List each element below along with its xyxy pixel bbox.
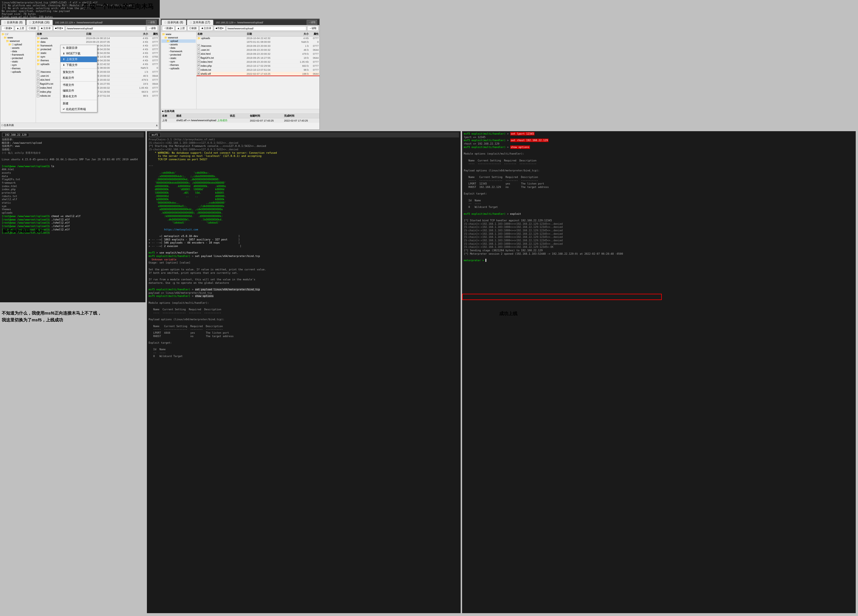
rtree-wwwroot[interactable]: 📁wwwroot: [162, 36, 196, 39]
tree-item-uploads[interactable]: ▪uploads: [1, 70, 35, 74]
fm-left-up-btn[interactable]: ▲上层: [15, 26, 26, 31]
rtree-static[interactable]: ▪static: [162, 56, 196, 60]
rfile-empty[interactable]: 1970-01-01 08:00:00 NaN b 0: [196, 40, 319, 44]
bc-terminal-content: ProxyChains-3.1 (http://proxychains.sf.n…: [149, 138, 459, 358]
fm-right-home-btn[interactable]: ★主目录: [199, 26, 213, 31]
tree-item-www[interactable]: 📁www: [1, 36, 35, 39]
fm-right-bookmark-btn[interactable]: ■书签▾: [214, 26, 225, 31]
file-row-uploads[interactable]: 📁uploads 2019-10-04 22:42:32 4 Kb 0777: [36, 62, 159, 66]
bottom-center-terminal: msf5 ProxyChains-3.1 (http://proxychains…: [147, 131, 461, 613]
fm-right: □目录列表 (8) □文件列表 (17) 192.168.22.129 ▸ /w…: [160, 19, 320, 130]
rfile-userini[interactable]: T.user.ini 2019-09-23 20:00:32 46 b 0644: [196, 48, 319, 52]
fm-right-tasklist-header: ■ 任务列表: [161, 109, 319, 114]
fm-right-tasklist: ■ 任务列表 名称 描述 状态 创建时间 完成时间 上传 shell2.elf …: [161, 109, 319, 123]
ctx-upload[interactable]: ⬆上传文件: [61, 56, 97, 62]
tree-item-slash[interactable]: 📁□ /: [1, 33, 35, 36]
context-menu: ↻刷新目录 ⬇WGET下载 ⬆上传文件 ⬇下载文件 复制文件 粘贴文件: [60, 45, 97, 112]
fm-right-address-input[interactable]: [226, 26, 306, 31]
fm-right-new-btn[interactable]: ◁新建▾: [162, 26, 174, 31]
fm-right-read-btn[interactable]: →读取: [307, 20, 317, 25]
tree-item-static[interactable]: ▪static: [1, 60, 35, 63]
rfile-indexhtml[interactable]: Hindex.html 2019-09-23 20:00:32 1.05 Kb …: [196, 60, 319, 64]
rtree-data[interactable]: ▪data: [162, 46, 196, 50]
file-row-protected[interactable]: 📁protected 2019-07-09 04:20:56 4 Kb 0777: [36, 48, 159, 51]
rtree-assets[interactable]: ▪assets: [162, 43, 196, 46]
fm-left-read-btn[interactable]: →读取: [146, 20, 157, 25]
fm-left-toolbar: ◁新建▾ ▲上层 ◎刷新 ★主目录 ■书签▾ →读取: [0, 25, 159, 32]
fm-right-goto-btn[interactable]: →读取: [307, 26, 318, 31]
file-row-assets[interactable]: 📁assets 2019-09-24 08:10:14 4 Kb 0777: [36, 37, 159, 40]
tree-item-upload[interactable]: 📁□ upload: [1, 43, 35, 46]
task-row-upload[interactable]: 上传 shell2.elf => /www/wwwroot/upload 上传成…: [161, 118, 319, 123]
rtree-sym[interactable]: ▪sym: [162, 60, 196, 63]
fm-right-up-btn[interactable]: ▲上层: [176, 26, 187, 31]
fm-left: □目录列表 (8) □文件列表 (16) 192.168.22.129 ▸ /w…: [0, 19, 159, 130]
fm-right-tab2[interactable]: □文件列表 (17): [187, 20, 213, 25]
rfile-indexphp[interactable]: Pindex.php 2013-10-17 02:29:56 663 b 077…: [196, 64, 319, 68]
ctx-download[interactable]: ⬇下载文件: [61, 62, 97, 68]
rtree-upload[interactable]: 📁upload: [162, 39, 196, 43]
file-row-404html[interactable]: H404.html 2019-09-23 20:00:32 479 b 0777: [36, 78, 159, 82]
file-row-flag[interactable]: Tflag42Fs.txt 2019-09-25 16:27:55 19 b 0…: [36, 82, 159, 86]
bl-tabbar: 192.168.22.129: [2, 132, 144, 138]
rtree-themes[interactable]: ▪themes: [162, 63, 196, 67]
fm-left-bookmark-btn[interactable]: ■书签▾: [53, 26, 65, 31]
tree-item-themes[interactable]: ▪themes: [1, 67, 35, 70]
fm-right-tab1[interactable]: □目录列表 (8): [162, 20, 186, 25]
bc-tabbar: msf5: [149, 132, 459, 138]
fm-left-new-btn[interactable]: ◁新建▾: [2, 26, 14, 31]
ctx-refresh[interactable]: ↻刷新目录: [61, 45, 97, 51]
fm-left-goto-btn[interactable]: →读取: [147, 26, 158, 31]
ctx-wget[interactable]: ⬇WGET下载: [61, 51, 97, 56]
fm-right-refresh-btn[interactable]: ◎刷新: [187, 26, 199, 31]
file-row-empty[interactable]: 1970-01-01 08:00:00 NaN b 0: [36, 66, 159, 70]
fm-right-tree: 📁www 📁wwwroot 📁upload ▪assets ▪data ▪fra…: [161, 32, 196, 109]
file-row-htaccess[interactable]: T.htaccess 2019-09-23 20:00:33 1 b 0777: [36, 70, 159, 74]
taskbar-expand[interactable]: ∧: [156, 124, 158, 127]
file-row-robots[interactable]: Trobots.txt 2013-10-13 07:51:04 98 b 077…: [36, 94, 159, 98]
fm-left-tab[interactable]: □目录列表 (8): [1, 20, 26, 25]
fm-left-tree: 📁□ / 📁www 📁wwwroot 📁□ upload ▪assets ▪da…: [0, 32, 36, 123]
fm-left-files-header: 名称 日期 大小 属性: [36, 32, 159, 37]
file-row-data[interactable]: 📁data 2019-09-23 20:07:35 4 Kb 0777: [36, 40, 159, 44]
rfile-404html[interactable]: H404.html 2019-09-23 20:00:32 479 b 0777: [196, 52, 319, 56]
bc-tab[interactable]: msf5: [149, 133, 160, 137]
rtree-uploads[interactable]: ▪uploads: [162, 67, 196, 70]
tree-item-protected[interactable]: ▪protected: [1, 56, 35, 60]
file-row-themes[interactable]: 📁themes 2019-07-09 04:20:56 4 Kb 0777: [36, 59, 159, 62]
rfile-uploads[interactable]: 📁uploads 2019-10-04 22:42:32 4 Kb 0777: [196, 37, 319, 40]
rfile-shell2[interactable]: Eshell2.elf 2022-02-07 17:43:25 198 b 06…: [196, 72, 319, 76]
rtree-protected[interactable]: ▪protected: [162, 53, 196, 56]
file-row-userini[interactable]: T.user.ini 2019-09-23 20:00:32 46 b 0644: [36, 74, 159, 78]
file-row-static[interactable]: 📁static 2019-07-09 04:20:56 4 Kb 0777: [36, 51, 159, 55]
fm-left-refresh-btn[interactable]: ◎刷新: [27, 26, 38, 31]
fm-left-home-btn[interactable]: ★主目录: [39, 26, 53, 31]
fm-left-main: 📁□ / 📁www 📁wwwroot 📁□ upload ▪assets ▪da…: [0, 32, 159, 123]
rfile-htaccess[interactable]: T.htaccess 2019-09-23 20:00:33 1 b 0777: [196, 44, 319, 48]
ctx-new[interactable]: 新建: [61, 101, 97, 106]
task-list-col-header: 名称 描述 状态 创建时间 完成时间: [161, 114, 319, 118]
ctx-rename[interactable]: 重命名文件: [61, 93, 97, 99]
file-row-indexhtml[interactable]: Hindex.html 2019-09-23 20:00:32 1.05 Kb …: [36, 86, 159, 90]
rtree-framework[interactable]: ▪framework: [162, 50, 196, 53]
tree-item-data[interactable]: ▪data: [1, 50, 35, 53]
tree-item-wwwroot[interactable]: 📁wwwroot: [1, 39, 35, 43]
bl-tab[interactable]: 192.168.22.129: [2, 133, 29, 137]
tree-item-assets[interactable]: ▪assets: [1, 46, 35, 50]
fm-right-filelist: 名称 日期 大小 属性 📁uploads 2019-10-04 22:42:32…: [196, 32, 319, 109]
file-row-framework[interactable]: 📁framework 2019-07-09 04:20:54 4 Kb 0777: [36, 44, 159, 48]
fm-left-address-input[interactable]: [65, 26, 146, 31]
tree-item-sym[interactable]: ▪sym: [1, 63, 35, 67]
file-row-indexphp[interactable]: Pindex.php 2013-10-17 02:29:56 663 b 077…: [36, 90, 159, 94]
ctx-edit2[interactable]: 编辑文件: [61, 88, 97, 93]
rfile-robots[interactable]: Trobots.txt 2013-10-13 07:51:04 98 b 077…: [196, 68, 319, 72]
file-row-sym[interactable]: 📁sym 2019-10-04 14:32:48 4 Kb 0755: [36, 55, 159, 59]
rtree-www[interactable]: 📁www: [162, 33, 196, 36]
rfile-flag[interactable]: Tflag42Fs.txt 2019-09-25 16:27:55 19 b 0…: [196, 56, 319, 60]
ctx-edit[interactable]: 书签文件: [61, 82, 97, 88]
ctx-copy[interactable]: 复制文件: [61, 69, 97, 75]
ctx-terminal[interactable]: ↵ 在此处打开终端: [61, 106, 97, 112]
ctx-paste[interactable]: 粘贴文件: [61, 75, 97, 81]
tree-item-framework[interactable]: ▪framework: [1, 53, 35, 56]
fm-left-tab2[interactable]: □文件列表 (16): [26, 20, 53, 25]
